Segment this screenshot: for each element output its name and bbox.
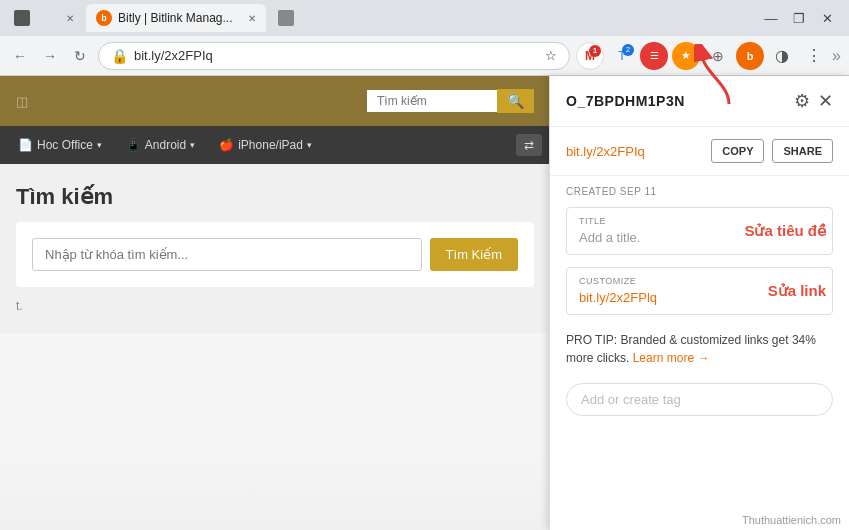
bitly-title-value[interactable]: Add a title. xyxy=(579,230,640,245)
tab1-favicon xyxy=(14,10,30,26)
iphone-label: iPhone/iPad xyxy=(238,138,303,152)
bitly-tag-placeholder: Add or create tag xyxy=(581,392,681,407)
tab-2[interactable]: b Bitly | Bitlink Manag... ✕ xyxy=(86,4,266,32)
android-icon: 📱 xyxy=(126,138,141,152)
expand-icon[interactable]: » xyxy=(832,47,841,65)
android-label: Android xyxy=(145,138,186,152)
iphone-chevron: ▾ xyxy=(307,140,312,150)
lock-icon: 🔒 xyxy=(111,48,128,64)
translate-badge: 2 xyxy=(622,44,634,56)
footer-hint: t. xyxy=(16,299,534,313)
content-search-button[interactable]: Tìm Kiếm xyxy=(430,238,518,271)
minimize-button[interactable]: — xyxy=(761,11,781,26)
menu-icon[interactable]: ⋮ xyxy=(800,42,828,70)
bitly-link-row: bit.ly/2x2FPIq COPY SHARE xyxy=(550,127,849,176)
close-button[interactable]: ✕ xyxy=(817,11,837,26)
tab-3[interactable] xyxy=(268,4,348,32)
site-search-input[interactable] xyxy=(367,90,497,112)
site-content-title: Tìm kiếm xyxy=(16,184,534,210)
bitly-protip: PRO TIP: Branded & customized links get … xyxy=(550,321,849,377)
search-area: Tìm Kiếm xyxy=(16,222,534,287)
tab-1[interactable]: ✕ xyxy=(4,4,84,32)
tab3-favicon xyxy=(278,10,294,26)
back-button[interactable]: ← xyxy=(8,44,32,68)
nav-item-iphone[interactable]: 🍎 iPhone/iPad ▾ xyxy=(209,134,322,156)
hoc-office-icon: 📄 xyxy=(18,138,33,152)
nav-item-android[interactable]: 📱 Android ▾ xyxy=(116,134,205,156)
hoc-office-chevron: ▾ xyxy=(97,140,102,150)
translate-icon[interactable]: T 2 xyxy=(608,42,636,70)
site-nav: 📄 Hoc Office ▾ 📱 Android ▾ 🍎 iPhone/iPad… xyxy=(0,126,550,164)
bitly-close-icon[interactable]: ✕ xyxy=(818,90,833,112)
site-header: ◫ 🔍 xyxy=(0,76,550,126)
window-controls: — ❐ ✕ xyxy=(761,11,845,26)
hoc-office-label: Hoc Office xyxy=(37,138,93,152)
android-chevron: ▾ xyxy=(190,140,195,150)
bitly-learn-more-link[interactable]: Learn more → xyxy=(633,351,710,365)
website-area: ◫ 🔍 📄 Hoc Office ▾ 📱 Android ▾ 🍎 iPhone/… xyxy=(0,76,550,530)
bitly-settings-icon[interactable]: ⚙ xyxy=(794,90,810,112)
site-search: 🔍 xyxy=(367,89,534,113)
content-search-input[interactable] xyxy=(32,238,422,271)
reload-button[interactable]: ↻ xyxy=(68,44,92,68)
bitly-customize-edit[interactable]: Sửa link xyxy=(768,282,826,300)
address-text: bit.ly/2x2FPIq xyxy=(134,48,213,63)
star-icon[interactable]: ☆ xyxy=(545,48,557,63)
forward-button[interactable]: → xyxy=(38,44,62,68)
site-content: Tìm kiếm Tìm Kiếm t. xyxy=(0,164,550,333)
tab2-label: Bitly | Bitlink Manag... xyxy=(118,11,242,25)
bitly-copy-button[interactable]: COPY xyxy=(711,139,764,163)
dark-mode-icon[interactable]: ◑ xyxy=(768,42,796,70)
bitly-title-edit[interactable]: Sửa tiêu đề xyxy=(744,222,826,240)
bitly-panel: O_7BPDHM1P3N ⚙ ✕ bit.ly/2x2FPIq COPY SHA… xyxy=(549,76,849,530)
bitly-tag-input[interactable]: Add or create tag xyxy=(566,383,833,416)
site-search-button[interactable]: 🔍 xyxy=(497,89,534,113)
bitly-title-section: TITLE Add a title. Sửa tiêu đề xyxy=(566,207,833,255)
website-gradient xyxy=(0,450,550,530)
bitly-share-button[interactable]: SHARE xyxy=(772,139,833,163)
site-logo: ◫ xyxy=(16,94,28,109)
tab-bar: ✕ b Bitly | Bitlink Manag... ✕ — ❐ ✕ xyxy=(0,0,849,36)
bitly-customize-value[interactable]: bit.ly/2x2FPlq xyxy=(579,290,657,305)
bitly-customize-section: CUSTOMIZE bit.ly/2x2FPlq Sửa link xyxy=(566,267,833,315)
address-box[interactable]: 🔒 bit.ly/2x2FPIq ☆ xyxy=(98,42,570,70)
tab1-close[interactable]: ✕ xyxy=(66,13,74,24)
gmail-icon[interactable]: M 1 xyxy=(576,42,604,70)
tab2-close[interactable]: ✕ xyxy=(248,13,256,24)
nav-item-shuffle[interactable]: ⇄ xyxy=(516,134,542,156)
bitly-bottom-credit: Thuthuattienich.com xyxy=(742,514,841,526)
nav-item-hoc-office[interactable]: 📄 Hoc Office ▾ xyxy=(8,134,112,156)
tab2-favicon: b xyxy=(96,10,112,26)
bitly-short-link[interactable]: bit.ly/2x2FPIq xyxy=(566,144,703,159)
gmail-badge: 1 xyxy=(589,45,601,57)
red-arrow xyxy=(694,44,764,113)
ext-icon-1[interactable]: ☰ xyxy=(640,42,668,70)
bitly-created-label: CREATED SEP 11 xyxy=(550,176,849,201)
search-row: Tìm Kiếm xyxy=(32,238,518,271)
maximize-button[interactable]: ❐ xyxy=(789,11,809,26)
iphone-icon: 🍎 xyxy=(219,138,234,152)
